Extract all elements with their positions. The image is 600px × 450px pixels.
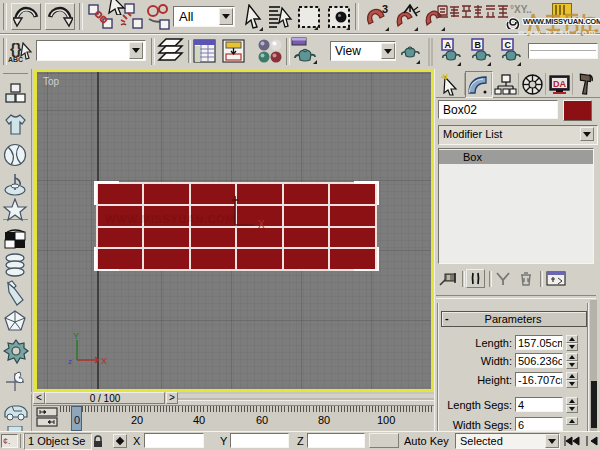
svg-text:X: X [101,356,107,366]
svg-text:C: C [505,40,512,50]
svg-text:3: 3 [382,4,388,15]
svg-text:A: A [445,40,452,50]
svg-text:z: z [68,357,72,366]
svg-text:Y: Y [73,331,79,341]
svg-text:X: X [258,219,265,230]
svg-text:B: B [475,40,482,50]
svg-text:DA: DA [553,79,566,89]
